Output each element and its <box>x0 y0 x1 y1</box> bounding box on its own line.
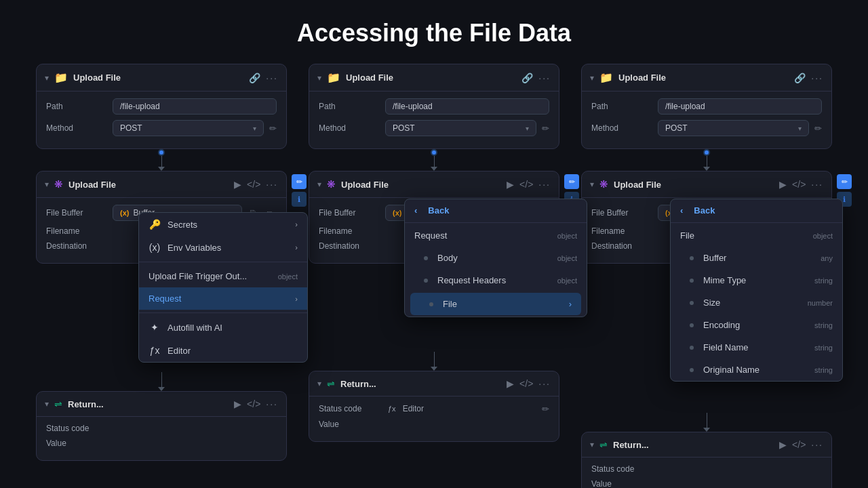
more-action-2[interactable]: ··· <box>538 179 551 190</box>
more-action-1[interactable]: ··· <box>266 179 278 190</box>
connector-dot-1 <box>158 149 165 156</box>
collapse-action-2[interactable]: ▾ <box>317 180 321 189</box>
more-icon-2[interactable]: ··· <box>538 73 551 83</box>
more-icon-3[interactable]: ··· <box>811 73 823 83</box>
info-side-btn-1[interactable]: ℹ <box>292 192 307 207</box>
more-icon-1[interactable]: ··· <box>266 73 278 83</box>
dropdown-body[interactable]: Body object <box>405 247 587 269</box>
edit-side-btn-3[interactable]: ✏ <box>837 174 852 189</box>
collapse-icon-2[interactable]: ▾ <box>317 73 321 83</box>
edit-side-btn-1[interactable]: ✏ <box>292 174 307 189</box>
more-action-3[interactable]: ··· <box>811 179 823 190</box>
dropdown-secrets[interactable]: 🔑 Secrets › <box>139 213 307 236</box>
back-label-3: Back <box>694 205 715 216</box>
play-icon-2[interactable]: ▶ <box>507 179 514 190</box>
destination-label-3: Destination <box>591 241 652 251</box>
code-icon-2[interactable]: </> <box>519 179 533 190</box>
destination-label-2: Destination <box>319 241 380 251</box>
dropdown-trigger-out[interactable]: Upload File Trigger Out... object <box>139 265 307 287</box>
path-label-2: Path <box>319 102 380 111</box>
return-code-3[interactable]: </> <box>792 439 806 450</box>
dropdown-request-header: Request object <box>405 224 587 247</box>
method-edit-1[interactable]: ✏ <box>269 123 277 134</box>
connector-2 <box>431 149 437 171</box>
var-icon-2: (x) <box>393 209 401 217</box>
method-select-1[interactable]: POST ▾ <box>113 120 264 136</box>
fieldname-item[interactable]: Field Name string <box>671 336 842 359</box>
return-node-3-title: Return... <box>613 440 774 450</box>
connector-2b <box>431 352 437 371</box>
body-type: object <box>557 254 577 262</box>
return-node-2-actions: ▶ </> ··· <box>507 378 551 389</box>
file-label: File <box>443 299 457 309</box>
return-play-3[interactable]: ▶ <box>779 439 787 450</box>
return-more-1[interactable]: ··· <box>266 399 278 409</box>
return-more-2[interactable]: ··· <box>538 378 551 389</box>
return-node-1: ▾ ⇌ Return... ▶ </> ··· Status code Valu… <box>36 391 287 461</box>
dropdown-request[interactable]: Request › <box>139 287 307 310</box>
return-node-2-header: ▾ ⇌ Return... ▶ </> ··· <box>309 371 559 396</box>
method-label-3: Method <box>591 123 652 133</box>
return-play-1[interactable]: ▶ <box>234 399 241 409</box>
return-node-2-body: Status code ƒx Editor ✏ Value <box>309 396 559 441</box>
return-play-2[interactable]: ▶ <box>507 378 514 389</box>
filename-label-1: Filename <box>46 226 107 236</box>
play-icon-1[interactable]: ▶ <box>234 179 241 190</box>
return-node-3-body: Status code Value <box>582 458 831 488</box>
collapse-return-1[interactable]: ▾ <box>45 399 49 409</box>
body-dot <box>424 256 428 260</box>
collapse-return-2[interactable]: ▾ <box>317 379 321 388</box>
return-node-1-actions: ▶ </> ··· <box>234 399 278 409</box>
return-more-3[interactable]: ··· <box>811 439 823 450</box>
file-buffer-item[interactable]: Buffer any <box>671 247 842 269</box>
originalname-item[interactable]: Original Name string <box>671 359 842 381</box>
value-row-2: Value <box>319 420 549 429</box>
edit-side-btn-2[interactable]: ✏ <box>564 174 579 189</box>
return-code-1[interactable]: </> <box>247 399 260 409</box>
play-icon-3[interactable]: ▶ <box>779 179 787 190</box>
method-select-3[interactable]: POST ▾ <box>658 120 809 136</box>
encoding-item[interactable]: Encoding string <box>671 314 842 336</box>
trigger-node-1-header: ▾ 📁 Upload File 🔗 ··· <box>37 64 286 92</box>
var-icon-1: (x) <box>120 209 129 217</box>
value-label-1: Value <box>46 439 107 448</box>
return-code-2[interactable]: </> <box>519 378 533 389</box>
editor-label-2: Editor <box>403 404 424 413</box>
collapse-icon-1[interactable]: ▾ <box>45 73 49 83</box>
trigger-node-1-body: Path /file-upload Method POST ▾ ✏ <box>37 92 286 148</box>
action-node-1-actions: ▶ </> ··· <box>234 179 278 190</box>
method-edit-3[interactable]: ✏ <box>814 123 822 134</box>
return-node-1-header: ▾ ⇌ Return... ▶ </> ··· <box>37 392 286 417</box>
size-item[interactable]: Size number <box>671 291 842 314</box>
path-row-2: Path /file-upload <box>319 98 549 115</box>
dropdown-autofill[interactable]: ✦ Autofill with AI <box>139 316 307 339</box>
size-dot <box>690 301 694 305</box>
link-icon-3[interactable]: 🔗 <box>794 73 806 83</box>
connector-dot-2 <box>431 149 437 156</box>
return-node-2-title: Return... <box>340 379 501 389</box>
link-icon-2[interactable]: 🔗 <box>521 73 533 83</box>
connector-dot-3 <box>703 149 710 156</box>
code-icon-3[interactable]: </> <box>792 179 806 190</box>
action-node-2-title: Upload File <box>341 180 501 190</box>
method-edit-2[interactable]: ✏ <box>542 123 549 134</box>
return-node-2: ▾ ⇌ Return... ▶ </> ··· Status code ƒx E… <box>309 371 559 442</box>
dropdown-back-3[interactable]: ‹ Back <box>671 199 842 223</box>
collapse-icon-3[interactable]: ▾ <box>590 73 594 83</box>
collapse-return-3[interactable]: ▾ <box>590 440 594 449</box>
dropdown-file[interactable]: File › <box>410 293 581 315</box>
action-node-3-header: ▾ ❋ Upload File ▶ </> ··· <box>582 171 831 198</box>
code-icon-1[interactable]: </> <box>247 179 260 190</box>
collapse-action-1[interactable]: ▾ <box>45 180 49 189</box>
dropdown-env[interactable]: (x) Env Variables › <box>139 236 307 259</box>
method-row-3: Method POST ▾ ✏ <box>591 120 822 136</box>
link-icon-1[interactable]: 🔗 <box>249 73 260 83</box>
dropdown-req-headers[interactable]: Request Headers object <box>405 269 587 291</box>
dropdown-editor[interactable]: ƒx Editor <box>139 339 307 362</box>
collapse-action-3[interactable]: ▾ <box>590 180 594 189</box>
mime-type-item[interactable]: Mime Type string <box>671 269 842 291</box>
status-edit-2[interactable]: ✏ <box>542 404 549 414</box>
dropdown-back-2[interactable]: ‹ Back <box>405 199 587 223</box>
connector-line-2b <box>434 352 435 367</box>
method-select-2[interactable]: POST ▾ <box>385 120 536 136</box>
